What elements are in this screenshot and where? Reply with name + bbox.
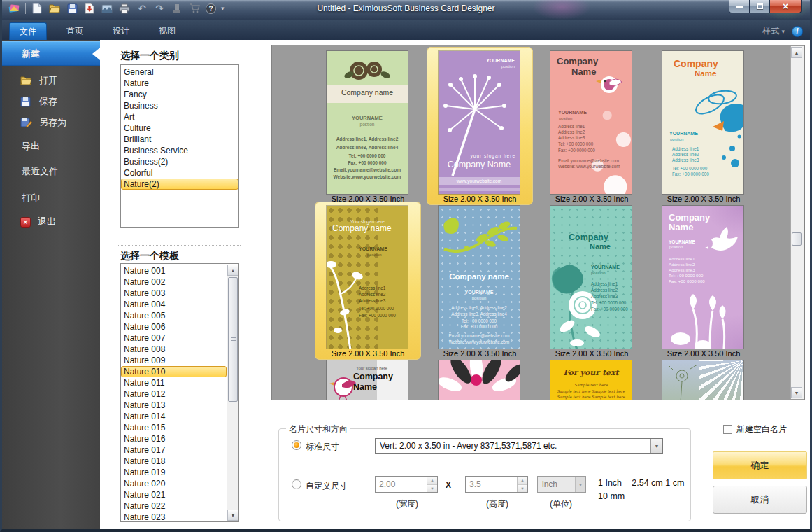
standard-size-radio[interactable]	[292, 440, 301, 450]
template-item[interactable]: Nature 009	[121, 355, 227, 366]
tulips-art	[668, 283, 741, 349]
custom-size-radio[interactable]	[292, 479, 301, 489]
style-menu[interactable]: 样式 ▾	[762, 25, 785, 37]
template-card-green-meadow[interactable]	[662, 360, 743, 400]
scrollbar-thumb[interactable]	[792, 232, 802, 246]
ok-button[interactable]: 确定	[713, 451, 807, 479]
scroll-down-icon[interactable]: ▼	[791, 387, 802, 398]
template-item[interactable]: Nature 019	[121, 467, 227, 478]
new-blank-card-checkbox[interactable]	[723, 425, 732, 434]
tab-design[interactable]: 设计	[103, 22, 139, 40]
tab-home[interactable]: 首页	[57, 22, 93, 40]
info-icon[interactable]: i	[792, 26, 803, 37]
window-controls: ×	[729, 0, 802, 13]
height-spinner[interactable]: 3.5 ▲▼	[465, 476, 528, 493]
category-item[interactable]: Fancy	[121, 89, 238, 100]
sidebar-item-label: 保存	[39, 95, 57, 108]
template-item[interactable]: Nature 003	[121, 288, 227, 299]
template-card-gold-dots[interactable]: Your slogan here Company name YOURNAME p…	[327, 206, 408, 349]
card-position: position	[439, 296, 520, 301]
sidebar-item-export[interactable]: 导出	[2, 136, 100, 156]
template-item[interactable]: Nature 022	[121, 500, 227, 512]
template-card-purple-dandelion[interactable]: YOURNAME postion your slogan here Compan…	[439, 51, 520, 194]
template-card-orchid-bird[interactable]: Company Name YOURNAME postion Address li…	[662, 206, 743, 349]
category-item[interactable]: General	[121, 66, 238, 78]
template-item[interactable]: Nature 018	[121, 456, 227, 467]
rays-art	[699, 360, 743, 400]
scroll-up-icon[interactable]: ▲	[227, 265, 238, 276]
category-item[interactable]: Culture	[121, 122, 238, 134]
standard-size-combobox[interactable]: Vert: 2.00 x 3.50 in - Avery 8371,5371,5…	[375, 438, 663, 454]
card-line: Tel: +00 0000 000	[669, 273, 703, 278]
preview-scrollbar[interactable]: ▲ ▼	[790, 46, 804, 399]
card-line: Address line2	[669, 262, 695, 267]
card-line: Address line1	[669, 256, 695, 261]
scroll-up-icon[interactable]: ▲	[791, 47, 802, 58]
template-item[interactable]: Nature 021	[121, 489, 227, 500]
card-line: Sample text here	[550, 383, 632, 387]
template-item[interactable]: Nature 006	[121, 321, 227, 332]
unit-dropdown-icon[interactable]: ▼	[575, 477, 585, 492]
template-item[interactable]: Nature 008	[121, 344, 227, 355]
category-item[interactable]: Business	[121, 100, 238, 111]
sidebar-item-recent-files[interactable]: 最近文件	[2, 162, 100, 181]
category-item[interactable]: Colorful	[121, 167, 238, 178]
template-card-green-roses[interactable]: Company name YOURNAME postion Address li…	[327, 51, 408, 194]
template-card-gray-bird[interactable]: Your slogan here Company Name	[327, 360, 408, 400]
sidebar-item-print[interactable]: 打印	[2, 188, 100, 208]
template-card-gold-script[interactable]: For your text Sample text here Sample te…	[550, 360, 632, 400]
scrollbar-thumb[interactable]	[228, 277, 238, 402]
category-item[interactable]: Brilliant	[121, 134, 238, 145]
category-item-selected[interactable]: Nature(2)	[121, 178, 238, 190]
maximize-button[interactable]	[750, 0, 769, 13]
template-item[interactable]: Nature 005	[121, 310, 227, 321]
template-card-teal-rose[interactable]: Company Name YOURNAME position Address l…	[550, 206, 632, 349]
combobox-dropdown-icon[interactable]: ▼	[650, 439, 662, 453]
template-item[interactable]: Nature 013	[121, 400, 227, 411]
template-item[interactable]: Nature 023	[121, 512, 227, 522]
template-scrollbar[interactable]: ▲ ▼	[227, 265, 238, 521]
scroll-down-icon[interactable]: ▼	[227, 510, 238, 521]
template-item[interactable]: Nature 016	[121, 433, 227, 444]
template-card-pink-petals[interactable]	[439, 360, 520, 400]
template-card-blue-branch[interactable]: Company name YOURNAME position Address l…	[439, 206, 520, 349]
card-line: Website:www.yourwebsite.com	[439, 340, 520, 344]
template-item[interactable]: Nature 014	[121, 411, 227, 422]
open-folder-icon	[20, 76, 32, 86]
sidebar-item-save-as[interactable]: 另存为	[2, 113, 100, 132]
card-line: Fax: +00 0000 000	[359, 313, 396, 318]
category-item[interactable]: Business(2)	[121, 156, 238, 167]
template-item[interactable]: Nature 012	[121, 388, 227, 400]
template-item-selected[interactable]: Nature 010	[121, 366, 227, 377]
template-card-salmon-bird[interactable]: Company Name YOURNAME postion Address li…	[550, 51, 632, 194]
spin-up-icon[interactable]: ▲	[518, 477, 527, 485]
sidebar-item-new[interactable]: 新建	[2, 41, 100, 66]
category-item[interactable]: Art	[121, 111, 238, 122]
spin-down-icon[interactable]: ▼	[518, 485, 527, 493]
template-item[interactable]: Nature 001	[121, 265, 227, 276]
template-item[interactable]: Nature 007	[121, 332, 227, 344]
tab-view[interactable]: 视图	[149, 22, 185, 40]
close-button[interactable]: ×	[769, 0, 802, 13]
cancel-button[interactable]: 取消	[713, 486, 807, 514]
minimize-button[interactable]	[729, 0, 750, 13]
template-item[interactable]: Nature 004	[121, 299, 227, 310]
category-item[interactable]: Business Service	[121, 145, 238, 156]
sidebar-item-save[interactable]: 保存	[2, 92, 100, 111]
sidebar-item-exit[interactable]: × 退出	[2, 212, 100, 232]
width-spinner[interactable]: 2.00 ▲▼	[375, 476, 438, 493]
template-item[interactable]: Nature 015	[121, 422, 227, 433]
template-item[interactable]: Nature 017	[121, 444, 227, 456]
template-card-blue-flower[interactable]: Company Name YOURNAME postion Address li…	[662, 51, 743, 194]
card-title: For your text	[550, 369, 632, 378]
card-position: postion	[559, 116, 572, 121]
template-item[interactable]: Nature 002	[121, 276, 227, 288]
tab-file[interactable]: 文件	[9, 22, 47, 40]
template-item[interactable]: Nature 020	[121, 478, 227, 489]
unit-dropdown[interactable]: inch ▼	[537, 476, 586, 493]
spin-up-icon[interactable]: ▲	[427, 477, 437, 485]
sidebar-item-open[interactable]: 打开	[2, 71, 100, 90]
category-item[interactable]: Nature	[121, 78, 238, 89]
spin-down-icon[interactable]: ▼	[427, 485, 437, 493]
template-item[interactable]: Nature 011	[121, 377, 227, 388]
